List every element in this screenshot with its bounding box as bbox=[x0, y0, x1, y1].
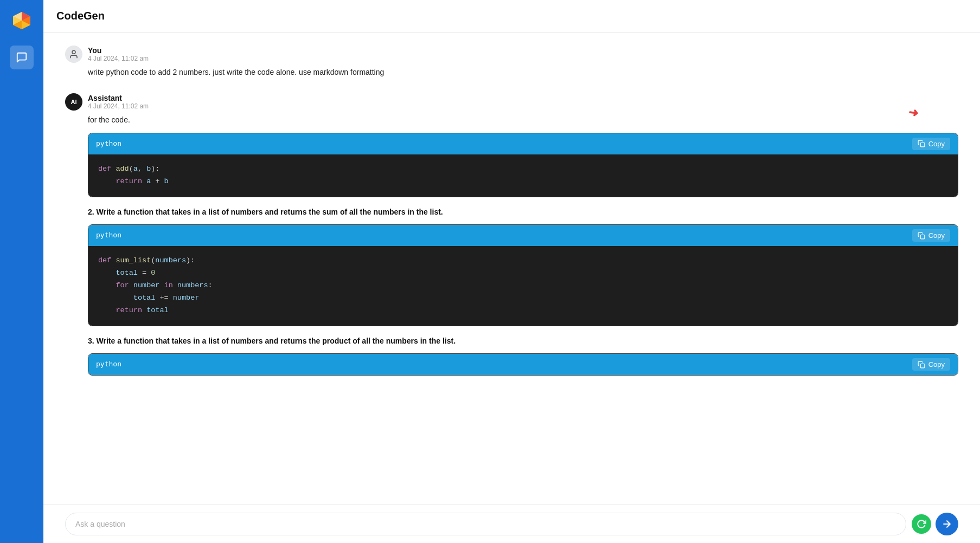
code-body-1: def add(a, b): return a + b bbox=[88, 154, 958, 197]
sidebar bbox=[0, 0, 43, 543]
send-button[interactable] bbox=[936, 513, 958, 535]
copy-label-1: Copy bbox=[928, 140, 945, 148]
chat-area: ➜ You 4 Jul 2024, 11:02 am write python … bbox=[43, 33, 980, 505]
code-lang-3: python bbox=[96, 359, 121, 370]
user-message-time: 4 Jul 2024, 11:02 am bbox=[88, 55, 149, 62]
app-logo bbox=[10, 9, 34, 33]
input-actions bbox=[912, 513, 958, 535]
ai-message-time: 4 Jul 2024, 11:02 am bbox=[88, 102, 149, 110]
main-content: CodeGen ➜ You 4 Jul 2024, 11:02 am bbox=[43, 0, 980, 543]
code-block-1: python Copy def add(a, b): return a + b bbox=[88, 133, 958, 197]
ai-sender-name: Assistant bbox=[88, 94, 149, 102]
ai-avatar: AI bbox=[65, 93, 82, 111]
user-sender-name: You bbox=[88, 46, 149, 55]
copy-button-3[interactable]: Copy bbox=[912, 358, 950, 371]
code-header-2: python Copy bbox=[88, 225, 958, 246]
section-3-label: 3. Write a function that takes in a list… bbox=[88, 335, 958, 347]
code-body-2: def sum_list(numbers): total = 0 for num… bbox=[88, 246, 958, 326]
svg-point-7 bbox=[72, 50, 75, 54]
ai-message: AI Assistant 4 Jul 2024, 11:02 am for th… bbox=[65, 93, 958, 376]
copy-label-2: Copy bbox=[928, 231, 945, 240]
refresh-button[interactable] bbox=[912, 514, 931, 534]
section-2-label: 2. Write a function that takes in a list… bbox=[88, 206, 958, 218]
svg-rect-9 bbox=[920, 235, 925, 239]
code-lang-2: python bbox=[96, 230, 121, 241]
code-header-3: python Copy bbox=[88, 354, 958, 375]
page-header: CodeGen bbox=[43, 0, 980, 33]
user-message: You 4 Jul 2024, 11:02 am write python co… bbox=[65, 46, 958, 78]
input-area bbox=[43, 505, 980, 543]
chat-input[interactable] bbox=[65, 513, 906, 535]
svg-rect-10 bbox=[920, 364, 925, 368]
copy-button-2[interactable]: Copy bbox=[912, 229, 950, 242]
code-block-2: python Copy def sum_list(numbers): total… bbox=[88, 224, 958, 326]
code-lang-1: python bbox=[96, 138, 121, 150]
copy-label-3: Copy bbox=[928, 360, 945, 369]
user-message-text: write python code to add 2 numbers. just… bbox=[88, 66, 958, 78]
chat-nav-button[interactable] bbox=[10, 46, 34, 69]
code-block-3: python Copy bbox=[88, 353, 958, 376]
ai-intro-text: for the code. bbox=[88, 114, 958, 126]
cursor-indicator: ➜ bbox=[908, 105, 916, 117]
copy-button-1[interactable]: Copy bbox=[912, 138, 950, 150]
code-header-1: python Copy bbox=[88, 133, 958, 154]
user-avatar bbox=[65, 46, 82, 63]
svg-rect-8 bbox=[920, 143, 925, 147]
page-title: CodeGen bbox=[56, 10, 967, 22]
